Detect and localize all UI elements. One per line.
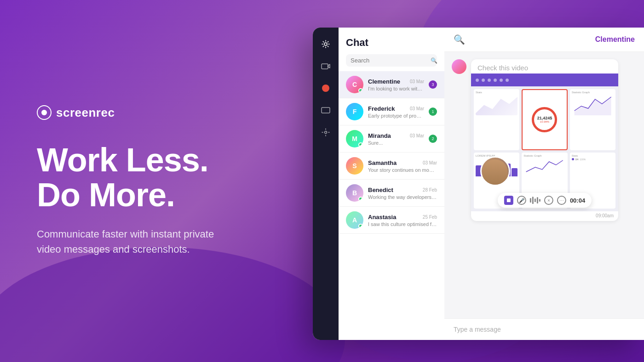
chat-info-clementine: Clementine 03 Mar I'm looking to work wi… (368, 78, 424, 91)
avatar-samantha: S (346, 157, 363, 175)
avatar-clementine: C (346, 76, 363, 93)
avatar-anastasia: A (346, 211, 363, 229)
chat-name-row: Frederick 03 Mar (368, 105, 424, 112)
chat-preview: Working the way developers work... (368, 194, 437, 200)
waveform (530, 197, 540, 204)
chat-main: 🔍 Clementine Check this video (444, 28, 644, 340)
search-input[interactable] (351, 57, 428, 64)
svg-rect-3 (322, 107, 330, 113)
chat-item-benedict[interactable]: B Benedict 28 Feb Working the way develo… (339, 180, 444, 207)
svg-point-2 (322, 85, 329, 92)
chat-item-anastasia[interactable]: A Anastasia 25 Feb I saw this culture op… (339, 207, 444, 234)
dash-dot (488, 79, 491, 82)
chat-info-miranda: Miranda 03 Mar Sure... (368, 132, 424, 146)
headline: Work Less. Do More. (37, 143, 304, 212)
toolbar-gear-icon[interactable] (316, 123, 335, 141)
recording-controls[interactable]: 🎤 × ⋯ (498, 193, 592, 208)
logo-text-regular: screen (56, 106, 96, 119)
toolbar-settings-icon[interactable] (316, 35, 335, 53)
stop-icon (507, 198, 511, 202)
headline-line1: Work Less. (37, 143, 304, 178)
chat-main-header: 🔍 Clementine (444, 28, 644, 52)
message-row: Check this video (452, 59, 637, 221)
avatar-benedict: B (346, 184, 363, 202)
search-bar[interactable]: 🔍 (346, 54, 437, 67)
chat-date: 25 Feb (423, 215, 437, 220)
search-icon-main[interactable]: 🔍 (454, 34, 465, 45)
sub-number-text: 10.98% (540, 120, 549, 123)
dash-toolbar (471, 74, 618, 86)
chat-date: 28 Feb (423, 187, 437, 192)
video-preview: Stats 21,424$ 10.98% (471, 74, 618, 211)
big-number-text: 21,424$ (537, 116, 552, 120)
chat-item-frederick[interactable]: F Frederick 03 Mar Early prototype of pr… (339, 98, 444, 125)
message-bubble-video: Check this video (471, 59, 618, 221)
chat-info-samantha: Samantha 03 Mar Your story continues on … (368, 159, 437, 173)
chat-item-miranda[interactable]: M Miranda 03 Mar Sure... 2 (339, 125, 444, 153)
svg-rect-1 (322, 64, 328, 69)
mute-button[interactable]: × (544, 196, 553, 205)
chat-title: Chat (346, 37, 437, 49)
chat-header: Chat 🔍 (339, 28, 444, 71)
subtext: Communicate faster with instant private … (37, 226, 230, 257)
recording-timer: 00:04 (570, 197, 585, 204)
chat-name: Frederick (368, 105, 395, 112)
app-window: Chat 🔍 C Clementine 03 Mar (313, 28, 644, 340)
chat-preview: I'm looking to work with designer that..… (368, 86, 424, 91)
mic-icon: 🎤 (519, 198, 524, 203)
type-message-bar[interactable]: Type a message (444, 318, 644, 340)
person-face (483, 159, 508, 185)
chat-name-row: Anastasia 25 Feb (368, 214, 437, 221)
headline-line2: Do More. (37, 178, 304, 213)
dash-dot (500, 79, 503, 82)
unread-badge: 2 (429, 135, 437, 143)
message-time: 09:00am (471, 211, 618, 221)
dash-dot (482, 79, 485, 82)
person-overlay (480, 156, 510, 186)
chat-info-benedict: Benedict 28 Feb Working the way develope… (368, 187, 437, 200)
dash-dot (506, 79, 509, 82)
chat-list-panel: Chat 🔍 C Clementine 03 Mar (339, 28, 444, 340)
toolbar (313, 28, 339, 340)
dash-dot (476, 79, 479, 82)
video-message-text: Check this video (471, 59, 618, 74)
chat-item-clementine[interactable]: C Clementine 03 Mar I'm looking to work … (339, 71, 444, 98)
toolbar-camera-icon[interactable] (316, 57, 335, 75)
search-icon: 🔍 (431, 57, 437, 64)
logo-text: screenrec (56, 106, 115, 120)
chat-preview: Sure... (368, 140, 424, 146)
chat-info-frederick: Frederick 03 Mar Early prototype of prod… (368, 105, 424, 119)
chat-name: Benedict (368, 187, 393, 193)
chat-name-row: Samantha 03 Mar (368, 159, 437, 166)
chat-name: Clementine (368, 78, 400, 85)
chat-name: Miranda (368, 132, 391, 139)
chat-preview: I saw this culture optimised for engine. (368, 221, 437, 227)
mic-button[interactable]: 🎤 (517, 196, 526, 205)
chat-date: 03 Mar (423, 160, 437, 165)
online-indicator (358, 142, 363, 147)
online-indicator (358, 224, 363, 228)
logo-text-bold: rec (96, 106, 115, 119)
more-button[interactable]: ⋯ (557, 196, 566, 205)
bar (512, 168, 518, 176)
unread-badge: 3 (429, 80, 437, 89)
stop-button[interactable] (504, 196, 513, 205)
toolbar-record-icon[interactable] (316, 79, 335, 97)
contact-name: Clementine (595, 35, 635, 44)
left-panel: screenrec Work Less. Do More. Communicat… (37, 0, 304, 362)
chat-item-samantha[interactable]: S Samantha 03 Mar Your story continues o… (339, 153, 444, 180)
big-number-circle: 21,424$ 10.98% (532, 107, 557, 132)
chat-name-row: Miranda 03 Mar (368, 132, 424, 139)
svg-point-0 (324, 43, 327, 45)
chat-date: 03 Mar (410, 133, 424, 138)
line-chart-svg (572, 95, 614, 115)
chat-name: Samantha (368, 159, 397, 166)
line-chart-svg2 (523, 158, 565, 176)
toolbar-screen-icon[interactable] (316, 101, 335, 119)
dash-card-1: Stats (474, 89, 519, 150)
logo-icon (37, 105, 52, 120)
stats-dots: 04 100% (572, 158, 614, 161)
online-indicator (358, 197, 363, 201)
chat-messages: Check this video (444, 52, 644, 318)
logo: screenrec (37, 105, 304, 120)
